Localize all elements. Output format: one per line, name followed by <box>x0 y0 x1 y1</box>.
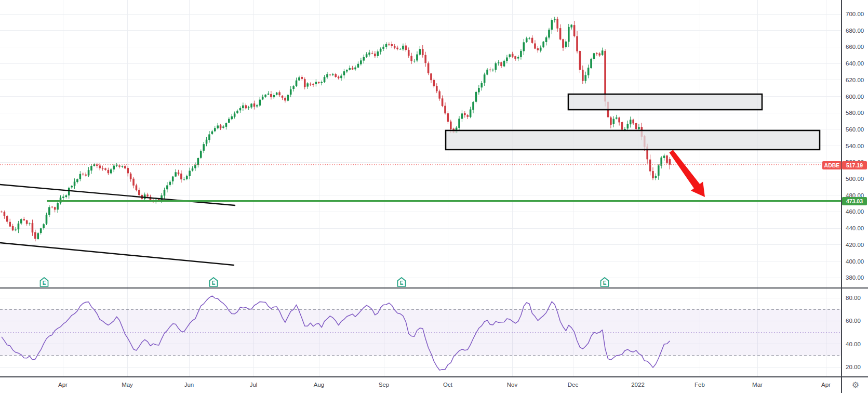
pane-separator-handle[interactable] <box>0 286 842 290</box>
time-axis[interactable] <box>0 377 842 393</box>
supply-zone-upper <box>568 94 762 110</box>
chart-svg: 700.00680.00660.00640.00620.00600.00580.… <box>0 0 868 393</box>
svg-text:E: E <box>212 280 216 286</box>
supply-zone-lower <box>446 130 820 150</box>
svg-text:E: E <box>400 280 404 286</box>
svg-text:E: E <box>603 280 607 286</box>
gear-icon: ⚙ <box>852 380 859 390</box>
time-axis-settings-button[interactable]: ⚙ <box>846 377 865 392</box>
last-price-axis-label: 517.19 <box>842 161 867 169</box>
price-axis[interactable] <box>842 0 868 377</box>
ticker-price-flag: ADBE <box>822 161 842 169</box>
support-line-axis-label: 473.03 <box>842 197 867 205</box>
chart-canvas[interactable]: 700.00680.00660.00640.00620.00600.00580.… <box>0 0 868 393</box>
svg-text:E: E <box>43 280 46 286</box>
trading-chart-app: 700.00680.00660.00640.00620.00600.00580.… <box>0 0 868 393</box>
